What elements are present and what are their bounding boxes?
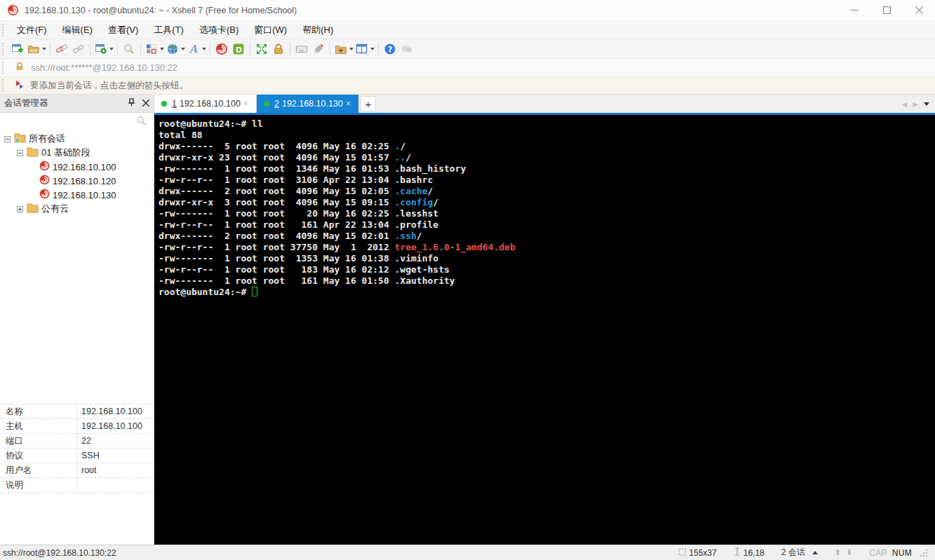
toolbar: A D ? <box>0 39 935 59</box>
color-scheme-icon[interactable] <box>144 41 165 57</box>
expander-expand-icon[interactable] <box>17 206 23 212</box>
property-row-name: 名称 192.168.10.100 <box>0 404 154 419</box>
tab-session-100[interactable]: 1 192.168.10.100 × <box>154 95 257 113</box>
maximize-button[interactable] <box>870 0 903 20</box>
tab-close-icon[interactable]: × <box>241 99 250 109</box>
menu-edit[interactable]: 编辑(E) <box>55 21 100 39</box>
new-session-folder-icon[interactable] <box>333 41 354 57</box>
new-session-icon[interactable] <box>9 41 26 57</box>
fullscreen-icon[interactable] <box>253 41 270 57</box>
reconnect-icon[interactable] <box>70 41 87 57</box>
terminal-line: -rw-r--r-- 1 root root 3106 Apr 22 13:04… <box>159 175 935 186</box>
expander-collapse-icon[interactable] <box>4 136 11 142</box>
tree-item-label[interactable]: 所有会话 <box>29 132 65 145</box>
toolbar-separator <box>117 43 118 55</box>
expander-collapse-icon[interactable] <box>17 150 23 156</box>
minimize-button[interactable] <box>838 0 870 20</box>
tree-item-label[interactable]: 01 基础阶段 <box>41 146 90 159</box>
tree-item-session-120[interactable]: 192.168.10.120 <box>0 174 154 188</box>
open-session-icon[interactable] <box>26 41 47 57</box>
dropdown-caret-icon[interactable] <box>370 48 375 50</box>
tree-item-session-130[interactable]: 192.168.10.130 <box>0 188 154 202</box>
address-bar[interactable]: ssh://root:******@192.168.10.130:22 <box>0 59 935 77</box>
tab-session-130[interactable]: 2 192.168.10.130 × <box>257 95 359 113</box>
tab-close-icon[interactable]: × <box>344 99 353 109</box>
session-count-dropdown-icon[interactable] <box>812 551 818 554</box>
font-icon[interactable]: A <box>186 41 207 57</box>
menu-view[interactable]: 查看(V) <box>100 21 146 39</box>
tree-item-label[interactable]: 公有云 <box>41 203 69 215</box>
terminal-line: drwxr-xr-x 3 root root 4096 May 15 09:15… <box>159 197 935 208</box>
menu-window[interactable]: 窗口(W) <box>246 21 295 39</box>
connected-dot-icon <box>161 101 167 107</box>
new-tab-button[interactable]: + <box>361 96 376 111</box>
window-title: 192.168.10.130 - root@ubuntu24: ~ - Xshe… <box>25 6 297 15</box>
terminal-size-indicator: 155x37 <box>678 548 716 558</box>
scroll-up-icon[interactable]: ⬆ <box>835 548 841 557</box>
drag-handle <box>2 79 6 92</box>
virtual-keyboard-icon[interactable] <box>293 41 310 57</box>
terminal-line: root@ubuntu24:~# ll <box>159 118 935 130</box>
help-icon[interactable]: ? <box>382 41 398 57</box>
menu-tools[interactable]: 工具(T) <box>146 21 191 39</box>
property-row-description: 说明 <box>0 478 154 493</box>
feedback-icon[interactable] <box>398 41 415 57</box>
tree-item-label[interactable]: 192.168.10.130 <box>53 190 116 200</box>
terminal-screen[interactable]: root@ubuntu24:~# ll total 88 drwx------ … <box>154 115 935 545</box>
dropdown-caret-icon[interactable] <box>109 48 114 50</box>
dropdown-caret-icon[interactable] <box>202 48 206 50</box>
xshell-app-icon <box>7 4 19 16</box>
tab-list-dropdown-icon[interactable] <box>924 102 929 106</box>
scroll-down-icon[interactable]: ⬇ <box>846 548 852 557</box>
resize-grip[interactable] <box>920 549 928 557</box>
terminal-pane: 1 192.168.10.100 × 2 192.168.10.130 × + … <box>154 95 935 545</box>
tab-number: 2 <box>274 99 279 109</box>
menu-help[interactable]: 帮助(H) <box>295 21 341 39</box>
session-manager-panel: 会话管理器 所有会话 01 基础阶段 192.168.10.100 <box>0 95 154 545</box>
session-manager-header: 会话管理器 <box>0 95 154 113</box>
folder-icon <box>27 147 39 159</box>
xftp-transfer-icon[interactable]: D <box>230 41 247 57</box>
highlight-icon[interactable] <box>310 41 327 57</box>
close-panel-icon[interactable] <box>142 99 149 109</box>
tree-item-folder-cloud[interactable]: 公有云 <box>0 202 154 216</box>
dropdown-caret-icon[interactable] <box>181 48 185 50</box>
cursor-position-icon <box>734 547 741 558</box>
tree-item-folder-basic[interactable]: 01 基础阶段 <box>0 146 154 160</box>
scroll-tabs-right-icon[interactable]: ▶ <box>913 100 918 108</box>
xshell-session-icon[interactable] <box>213 41 230 57</box>
pin-icon[interactable] <box>128 98 135 109</box>
dropdown-caret-icon[interactable] <box>42 48 46 50</box>
dropdown-caret-icon[interactable] <box>349 48 354 50</box>
session-count[interactable]: 2 会话 <box>781 547 818 559</box>
encoding-globe-icon[interactable] <box>165 41 186 57</box>
tree-item-all-sessions[interactable]: 所有会话 <box>0 132 154 146</box>
num-lock-indicator: NUM <box>892 548 912 558</box>
lock-screen-icon[interactable] <box>270 41 287 57</box>
tab-bar: 1 192.168.10.100 × 2 192.168.10.130 × + … <box>154 95 935 113</box>
layout-icon[interactable] <box>354 41 375 57</box>
tree-item-label[interactable]: 192.168.10.100 <box>53 162 116 172</box>
property-label: 协议 <box>0 449 77 463</box>
find-icon[interactable] <box>121 41 137 57</box>
property-label: 名称 <box>0 404 77 418</box>
menu-file[interactable]: 文件(F) <box>9 21 55 39</box>
tree-item-session-100[interactable]: 192.168.10.100 <box>0 160 154 174</box>
svg-text:?: ? <box>388 45 392 54</box>
terminal-line: -rw-r--r-- 1 root root 183 May 16 02:12 … <box>159 264 935 275</box>
menu-tabs[interactable]: 选项卡(B) <box>191 21 246 39</box>
terminal-prompt-line: root@ubuntu24:~# <box>159 287 935 298</box>
session-url[interactable]: ssh://root:******@192.168.10.130:22 <box>31 62 177 73</box>
dropdown-caret-icon[interactable] <box>160 48 164 50</box>
terminal-line: -rw------- 1 root root 161 May 16 01:50 … <box>159 275 935 287</box>
close-button[interactable] <box>903 0 935 20</box>
cursor-position-indicator: 16,18 <box>734 547 765 558</box>
tree-item-label[interactable]: 192.168.10.120 <box>53 176 116 186</box>
disconnect-icon[interactable] <box>53 41 70 57</box>
session-search-row[interactable] <box>0 113 154 130</box>
title-bar: 192.168.10.130 - root@ubuntu24: ~ - Xshe… <box>0 0 935 21</box>
scroll-tabs-left-icon[interactable]: ◀ <box>902 100 908 108</box>
property-label: 主机 <box>0 419 77 433</box>
search-icon[interactable] <box>136 116 147 128</box>
session-properties-icon[interactable] <box>93 41 114 57</box>
